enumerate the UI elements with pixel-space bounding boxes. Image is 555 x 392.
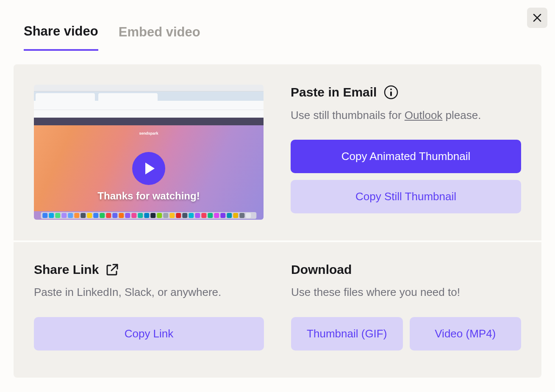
close-button[interactable] (527, 8, 547, 28)
tab-embed-video[interactable]: Embed video (119, 24, 200, 51)
email-subtitle-prefix: Use still thumbnails for (291, 109, 405, 121)
share-panel: sendspark Thanks for watching! (14, 64, 541, 378)
email-title: Paste in Email (291, 85, 377, 99)
share-link-heading: Share Link (34, 262, 264, 277)
download-heading: Download (291, 262, 521, 277)
thumbnail-menubar (34, 85, 264, 91)
play-icon (145, 163, 155, 174)
share-link-title: Share Link (34, 262, 99, 277)
svg-rect-2 (390, 91, 392, 96)
copy-link-button[interactable]: Copy Link (34, 317, 264, 351)
thumbnail-dock-area (34, 211, 264, 220)
thumbnail-content: sendspark Thanks for watching! (34, 125, 264, 211)
external-link-icon[interactable] (105, 263, 119, 276)
play-button (132, 152, 165, 185)
video-thumbnail[interactable]: sendspark Thanks for watching! (34, 85, 264, 220)
email-subtitle-suffix: please. (442, 109, 481, 121)
thumbnail-logo: sendspark (139, 131, 158, 135)
share-link-subtitle: Paste in LinkedIn, Slack, or anywhere. (34, 284, 264, 300)
download-subtitle: Use these files where you need to! (291, 284, 521, 300)
info-icon[interactable] (383, 85, 399, 100)
tab-share-video[interactable]: Share video (24, 24, 98, 51)
thumbnail-overlay-text: Thanks for watching! (34, 190, 264, 202)
download-section: Download Use these files where you need … (291, 262, 521, 357)
thumbnail-banner (34, 118, 264, 125)
email-subtitle: Use still thumbnails for Outlook please. (291, 108, 521, 123)
thumbnail-browser-tabs (34, 91, 264, 101)
thumbnail-bookmarks (34, 110, 264, 118)
outlook-link[interactable]: Outlook (405, 109, 443, 121)
email-section: sendspark Thanks for watching! (14, 64, 541, 240)
download-title: Download (291, 262, 352, 277)
thumbnail-addressbar (34, 101, 264, 110)
tabs-container: Share video Embed video (0, 0, 555, 51)
email-content: Paste in Email Use still thumbnails for … (291, 85, 521, 220)
download-gif-button[interactable]: Thumbnail (GIF) (291, 317, 403, 351)
share-link-section: Share Link Paste in LinkedIn, Slack, or … (34, 262, 264, 357)
thumbnail-dock (41, 212, 256, 219)
download-mp4-button[interactable]: Video (MP4) (410, 317, 522, 351)
download-button-row: Thumbnail (GIF) Video (MP4) (291, 317, 521, 351)
copy-still-thumbnail-button[interactable]: Copy Still Thumbnail (291, 180, 521, 213)
email-heading: Paste in Email (291, 85, 521, 100)
svg-point-1 (390, 88, 392, 90)
close-icon (533, 14, 541, 22)
copy-animated-thumbnail-button[interactable]: Copy Animated Thumbnail (291, 140, 521, 173)
bottom-section: Share Link Paste in LinkedIn, Slack, or … (14, 242, 541, 377)
